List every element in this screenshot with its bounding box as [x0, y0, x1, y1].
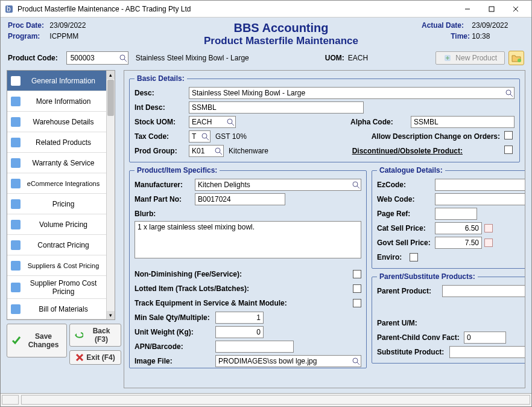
- exit-label: Exit (F4): [86, 353, 115, 362]
- intdesc-input[interactable]: [189, 101, 364, 114]
- svg-point-6: [120, 55, 125, 60]
- web-label: Web Code:: [377, 195, 432, 204]
- scroll-down-icon[interactable]: ▾: [107, 311, 115, 319]
- new-product-button[interactable]: New Product: [435, 51, 505, 65]
- sidebar-item-general[interactable]: General Information: [7, 71, 106, 91]
- ezcode-input[interactable]: [435, 179, 525, 191]
- suppliers-icon: [11, 261, 21, 271]
- minsale-input[interactable]: [215, 312, 264, 324]
- parent-input[interactable]: [443, 286, 525, 296]
- tax-text: GST 10%: [215, 132, 247, 141]
- warranty-icon: [11, 158, 21, 168]
- scroll-up-icon[interactable]: ▴: [107, 71, 115, 79]
- window-title: Product Masterfile Maintenance - ABC Tra…: [17, 5, 455, 13]
- sidebar: General Information More Information War…: [7, 70, 115, 320]
- sidebar-item-label: General Information: [24, 77, 103, 85]
- search-icon[interactable]: [351, 180, 361, 190]
- app-icon: b: [4, 4, 14, 14]
- pum-label: Parent U/M:: [377, 319, 417, 327]
- unitw-input[interactable]: [215, 326, 264, 338]
- search-icon[interactable]: [214, 146, 223, 156]
- new-product-label: New Product: [455, 54, 497, 62]
- uom-label: UOM:: [325, 54, 344, 62]
- svg-point-22: [353, 182, 358, 187]
- search-icon[interactable]: [226, 117, 235, 127]
- sidebar-item-warranty[interactable]: Warranty & Service: [7, 153, 106, 173]
- sidebar-item-pricing[interactable]: Pricing: [7, 194, 106, 214]
- search-icon[interactable]: [118, 53, 128, 63]
- calculator-icon[interactable]: [484, 239, 493, 247]
- time-value: 10:38: [472, 32, 490, 40]
- sidebar-item-related[interactable]: Related Products: [7, 132, 106, 153]
- back-label: Back (F3): [86, 327, 117, 344]
- nondim-checkbox[interactable]: [353, 270, 361, 278]
- stockuom-input[interactable]: [189, 117, 226, 127]
- close-button[interactable]: [504, 2, 528, 16]
- sidebar-item-ecommerce[interactable]: eCommerce Integrations: [7, 173, 106, 194]
- allow-checkbox[interactable]: [504, 131, 513, 139]
- related-icon: [11, 138, 21, 147]
- tax-input[interactable]: [189, 131, 200, 142]
- sidebar-item-volume[interactable]: Volume Pricing: [7, 214, 106, 235]
- minimize-button[interactable]: [455, 2, 480, 16]
- sidebar-item-more[interactable]: More Information: [7, 91, 106, 112]
- sub-input[interactable]: [450, 347, 525, 357]
- time-label: Time:: [422, 32, 470, 40]
- sidebar-item-label: eCommerce Integrations: [24, 180, 103, 187]
- product-code-input[interactable]: [67, 52, 118, 64]
- svg-point-24: [353, 358, 358, 363]
- prodgrp-input[interactable]: [189, 146, 214, 156]
- actual-date: 23/09/2022: [472, 21, 508, 30]
- app-heading: BBS Accounting: [141, 21, 422, 35]
- enviro-checkbox[interactable]: [410, 253, 418, 261]
- prodgrp-label: Prod Group:: [135, 147, 186, 155]
- sidebar-item-bom[interactable]: Bill of Materials: [7, 299, 106, 319]
- nondim-label: Non-Diminishing (Fee/Service):: [135, 270, 350, 278]
- check-icon: [11, 335, 22, 346]
- folder-icon: [511, 54, 521, 62]
- search-icon[interactable]: [351, 356, 361, 366]
- stockuom-label: Stock UOM:: [135, 118, 186, 126]
- exit-icon: [75, 353, 84, 362]
- imgfile-input[interactable]: [216, 356, 351, 367]
- folder-button[interactable]: [508, 51, 524, 65]
- sidebar-scrollbar[interactable]: ▴ ▾: [106, 71, 115, 319]
- manuf-input[interactable]: [195, 179, 351, 190]
- sidebar-item-promo[interactable]: Supplier Promo Cost Pricing: [7, 276, 106, 299]
- parent-group: Parent/Substitute Products: Parent Produ…: [372, 272, 525, 364]
- svg-point-16: [227, 119, 232, 124]
- maximize-button[interactable]: [480, 2, 504, 16]
- exit-button[interactable]: Exit (F4): [69, 350, 121, 365]
- pageref-input[interactable]: [435, 208, 477, 220]
- search-icon[interactable]: [504, 88, 514, 98]
- titlebar: b Product Masterfile Maintenance - ABC T…: [1, 1, 531, 18]
- back-button[interactable]: Back (F3): [69, 324, 121, 347]
- conv-input[interactable]: [464, 332, 506, 344]
- lotted-checkbox[interactable]: [353, 284, 361, 293]
- sidebar-item-label: More Information: [24, 97, 103, 106]
- alpha-input[interactable]: [411, 116, 515, 128]
- conv-label: Parent-Child Conv Fact:: [377, 333, 461, 342]
- minsale-label: Min Sale Qty/Multiple:: [135, 313, 213, 322]
- webcode-input[interactable]: [435, 193, 525, 205]
- discontinued-checkbox[interactable]: [504, 146, 513, 154]
- catsell-input[interactable]: [435, 222, 482, 234]
- scroll-thumb[interactable]: [107, 80, 114, 116]
- sidebar-item-warehouse[interactable]: Warehouse Details: [7, 112, 106, 132]
- intdesc-label: Int Desc:: [135, 103, 186, 112]
- sidebar-item-contract[interactable]: Contract Pricing: [7, 235, 106, 255]
- track-checkbox[interactable]: [353, 299, 361, 307]
- calculator-icon[interactable]: [484, 224, 493, 232]
- sidebar-item-suppliers[interactable]: Suppliers & Cost Pricing: [7, 255, 106, 276]
- govt-input[interactable]: [435, 237, 482, 249]
- save-label: Save Changes: [24, 332, 63, 349]
- imgfile-label: Image File:: [135, 357, 213, 365]
- partno-input[interactable]: [195, 193, 285, 205]
- plus-icon: [443, 54, 452, 62]
- search-icon[interactable]: [200, 132, 210, 141]
- save-button[interactable]: Save Changes: [7, 324, 67, 357]
- desc-input[interactable]: [189, 88, 504, 98]
- blurb-input[interactable]: [135, 221, 361, 258]
- svg-point-20: [215, 148, 220, 153]
- apn-input[interactable]: [215, 341, 294, 353]
